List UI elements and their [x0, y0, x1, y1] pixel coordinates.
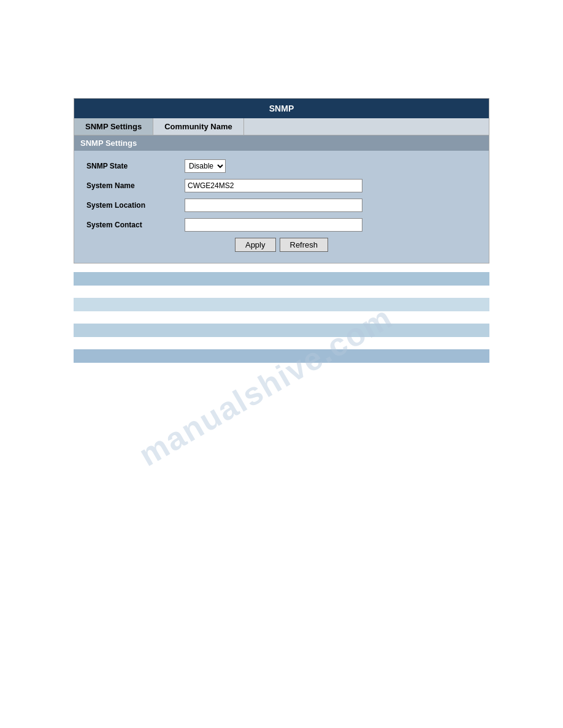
snmp-state-row: SNMP State Disable Enable — [86, 159, 477, 173]
tab-community-name[interactable]: Community Name — [153, 118, 244, 135]
apply-button[interactable]: Apply — [235, 238, 276, 252]
snmp-state-label: SNMP State — [86, 162, 185, 170]
system-contact-label: System Contact — [86, 221, 185, 229]
refresh-button[interactable]: Refresh — [280, 238, 329, 252]
main-panel: SNMP SNMP Settings Community Name SNMP S… — [74, 98, 489, 264]
buttons-row: Apply Refresh — [86, 238, 477, 254]
system-location-row: System Location — [86, 199, 477, 212]
form-area: SNMP State Disable Enable System Name Sy… — [74, 151, 489, 263]
snmp-state-select[interactable]: Disable Enable — [185, 159, 226, 173]
tab-snmp-settings[interactable]: SNMP Settings — [74, 118, 153, 135]
section-header: SNMP Settings — [74, 135, 489, 151]
page-title: SNMP — [74, 99, 489, 118]
system-contact-input[interactable] — [185, 218, 362, 232]
system-name-row: System Name — [86, 179, 477, 192]
deco-bar-2 — [74, 298, 489, 311]
system-contact-row: System Contact — [86, 218, 477, 232]
deco-bar-3 — [74, 324, 489, 337]
tabs-row: SNMP Settings Community Name — [74, 118, 489, 135]
system-name-input[interactable] — [185, 179, 362, 192]
system-name-label: System Name — [86, 181, 185, 190]
system-location-input[interactable] — [185, 199, 362, 212]
deco-bar-1 — [74, 272, 489, 286]
system-location-label: System Location — [86, 201, 185, 210]
deco-bar-4 — [74, 349, 489, 363]
